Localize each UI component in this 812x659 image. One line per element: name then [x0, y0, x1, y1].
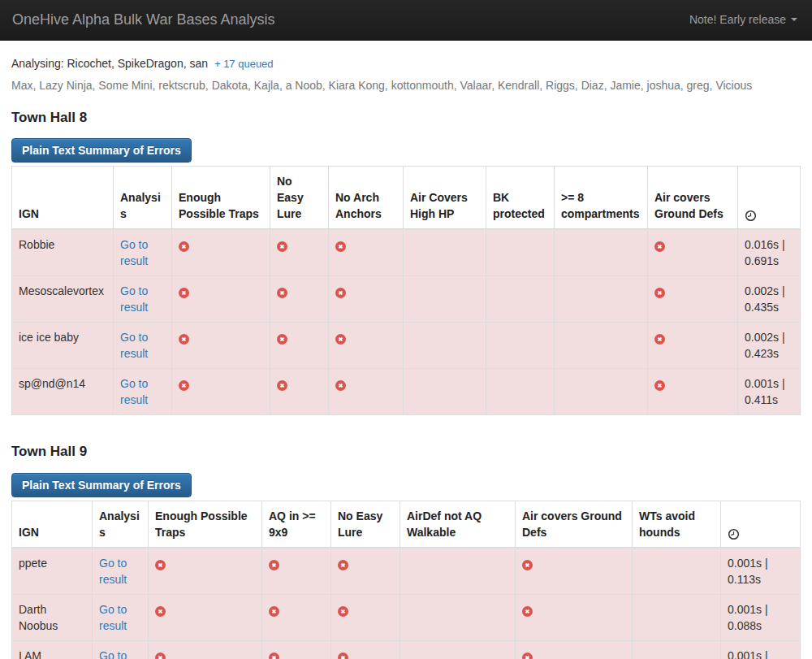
- plain-text-summary-button[interactable]: Plain Text Summary of Errors: [11, 473, 192, 497]
- error-cell: ✖: [329, 369, 404, 415]
- sections-container: Town Hall 8Plain Text Summary of ErrorsI…: [11, 108, 801, 659]
- queued-count-link[interactable]: + 17 queued: [214, 58, 274, 70]
- time-cell: 0.001s | 0.088s: [721, 594, 801, 640]
- go-to-result-link[interactable]: Go to result: [120, 331, 148, 360]
- error-cell: ✖: [270, 229, 329, 276]
- column-header: No Easy Lure: [331, 501, 400, 548]
- error-cell: [486, 229, 555, 276]
- go-to-result-link[interactable]: Go to result: [120, 238, 148, 267]
- error-icon: ✖: [277, 334, 287, 345]
- error-cell: [400, 548, 516, 595]
- analysis-cell: Go to result: [114, 229, 172, 276]
- error-icon: ✖: [654, 334, 665, 345]
- error-cell: ✖: [149, 548, 262, 595]
- error-cell: [633, 594, 721, 640]
- analysing-text: Analysing: Ricochet, SpikeDragon, san: [11, 57, 208, 70]
- error-cell: ✖: [331, 548, 400, 595]
- column-header: BK protected: [486, 167, 555, 230]
- table-row: RobbieGo to result✖✖✖✖0.016s | 0.691s: [12, 229, 801, 276]
- error-icon: ✖: [338, 560, 348, 570]
- error-icon: ✖: [654, 241, 665, 252]
- error-cell: ✖: [262, 594, 331, 640]
- error-cell: ✖: [329, 229, 404, 276]
- error-icon: ✖: [335, 334, 346, 345]
- table-row: I AM SPARTA!!1!Go to result✖✖✖✖0.001s | …: [12, 640, 801, 659]
- queued-names-list: Max, Lazy Ninja, Some Mini, rektscrub, D…: [11, 78, 801, 94]
- column-header: Enough Possible Traps: [149, 501, 262, 548]
- column-header: AQ in >= 9x9: [262, 501, 331, 548]
- error-cell: ✖: [648, 323, 738, 369]
- error-icon: ✖: [335, 241, 346, 252]
- error-icon: ✖: [179, 380, 189, 391]
- error-icon: ✖: [335, 288, 346, 298]
- go-to-result-link[interactable]: Go to result: [99, 557, 127, 586]
- error-icon: ✖: [522, 652, 533, 659]
- error-icon: ✖: [654, 288, 665, 298]
- error-cell: ✖: [516, 640, 633, 659]
- ign-cell: ice ice baby: [12, 323, 114, 369]
- town-hall-section: Town Hall 9Plain Text Summary of ErrorsI…: [11, 442, 801, 659]
- error-cell: ✖: [149, 594, 262, 640]
- error-cell: [404, 229, 486, 276]
- chevron-down-icon: [791, 18, 797, 21]
- error-cell: ✖: [270, 276, 329, 323]
- error-cell: ✖: [329, 323, 404, 369]
- error-cell: ✖: [172, 229, 270, 276]
- error-cell: ✖: [270, 323, 329, 369]
- navbar: OneHive Alpha Bulk War Bases Analysis No…: [0, 0, 812, 41]
- go-to-result-link[interactable]: Go to result: [99, 649, 127, 659]
- error-icon: ✖: [277, 380, 287, 391]
- ign-cell: Robbie: [12, 229, 114, 276]
- column-header: No Easy Lure: [270, 167, 329, 230]
- go-to-result-link[interactable]: Go to result: [120, 284, 148, 314]
- time-cell: 0.001s | 0.086s: [721, 640, 801, 659]
- error-cell: ✖: [648, 369, 738, 415]
- plain-text-summary-button[interactable]: Plain Text Summary of Errors: [11, 138, 192, 163]
- time-cell: 0.016s | 0.691s: [738, 229, 801, 276]
- error-icon: ✖: [654, 380, 665, 391]
- ign-cell: I AM SPARTA!!1!: [12, 640, 93, 659]
- column-header: No Arch Anchors: [329, 167, 404, 230]
- error-icon: ✖: [522, 560, 533, 570]
- error-icon: ✖: [269, 606, 279, 617]
- error-icon: ✖: [269, 560, 279, 570]
- error-icon: ✖: [155, 606, 166, 617]
- analysis-cell: Go to result: [114, 323, 172, 369]
- column-header: IGN: [12, 501, 93, 548]
- error-icon: ✖: [335, 380, 346, 391]
- analysing-status: Analysing: Ricochet, SpikeDragon, san + …: [11, 56, 801, 72]
- error-cell: ✖: [516, 594, 633, 640]
- table-row: ice ice babyGo to result✖✖✖✖0.002s | 0.4…: [12, 323, 801, 369]
- error-cell: ✖: [262, 548, 331, 595]
- error-cell: ✖: [648, 276, 738, 323]
- go-to-result-link[interactable]: Go to result: [120, 377, 148, 406]
- error-cell: [486, 276, 555, 323]
- error-cell: ✖: [262, 640, 331, 659]
- column-header: AirDef not AQ Walkable: [400, 501, 516, 548]
- error-cell: ✖: [516, 548, 633, 595]
- error-cell: ✖: [648, 229, 738, 276]
- error-icon: ✖: [522, 606, 533, 617]
- error-cell: [633, 548, 721, 595]
- column-header: >= 8 compartments: [555, 167, 648, 230]
- navbar-menu-label: Note! Early release: [689, 12, 786, 28]
- navbar-menu-early-release[interactable]: Note! Early release: [675, 12, 812, 28]
- go-to-result-link[interactable]: Go to result: [99, 603, 127, 632]
- table-row: Darth NoobusGo to result✖✖✖✖0.001s | 0.0…: [12, 594, 801, 640]
- analysis-cell: Go to result: [114, 369, 172, 415]
- navbar-brand[interactable]: OneHive Alpha Bulk War Bases Analysis: [0, 10, 287, 31]
- error-cell: [555, 323, 648, 369]
- error-cell: [486, 369, 555, 415]
- section-title: Town Hall 9: [11, 442, 801, 462]
- main-content: Analysing: Ricochet, SpikeDragon, san + …: [0, 56, 812, 659]
- error-icon: ✖: [277, 288, 287, 298]
- error-cell: ✖: [172, 276, 270, 323]
- ign-cell: ppete: [12, 548, 93, 595]
- analysis-cell: Go to result: [114, 276, 172, 323]
- error-cell: [555, 229, 648, 276]
- error-cell: ✖: [270, 369, 329, 415]
- error-icon: ✖: [179, 288, 189, 298]
- error-cell: ✖: [172, 323, 270, 369]
- error-icon: ✖: [179, 334, 189, 345]
- column-header: Enough Possible Traps: [172, 167, 270, 230]
